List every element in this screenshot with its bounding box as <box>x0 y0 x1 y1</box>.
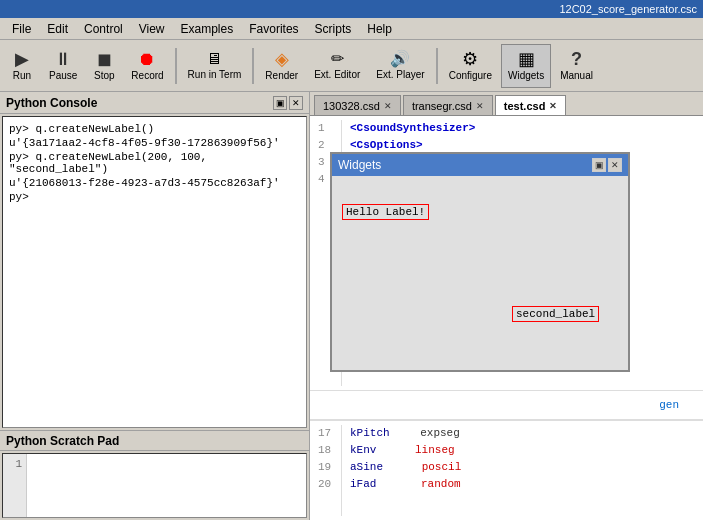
configure-icon: ⚙ <box>462 50 478 68</box>
widgets-dialog-close[interactable]: ✕ <box>608 158 622 172</box>
tabs-bar: 130328.csd ✕ transegr.csd ✕ test.csd ✕ <box>310 92 703 116</box>
code-tag-2: <CsOptions> <box>350 139 423 151</box>
code-editor-bottom[interactable]: 17181920 kPitch expseg kEnv linseg aSine… <box>310 420 703 520</box>
widgets-label: Widgets <box>508 70 544 81</box>
widgets-dialog-controls: ▣ ✕ <box>592 158 622 172</box>
console-close-button[interactable]: ✕ <box>289 96 303 110</box>
render-icon: ◈ <box>275 50 289 68</box>
tab-test-label: test.csd <box>504 100 546 112</box>
scratch-pad-header: Python Scratch Pad <box>0 431 309 451</box>
pause-label: Pause <box>49 70 77 81</box>
tab-test-close[interactable]: ✕ <box>549 101 557 111</box>
console-line-2: u'{3a171aa2-4cf8-4f05-9f30-172863909f56}… <box>9 137 300 149</box>
left-panel: Python Console ▣ ✕ py> q.createNewLabel(… <box>0 92 310 520</box>
tab-test[interactable]: test.csd ✕ <box>495 95 567 115</box>
scratch-line-numbers: 1 <box>3 454 27 517</box>
python-console-header: Python Console ▣ ✕ <box>0 92 309 114</box>
console-restore-button[interactable]: ▣ <box>273 96 287 110</box>
scratch-pad-section: Python Scratch Pad 1 <box>0 430 309 520</box>
code-tag-1: <CsoundSynthesizer> <box>350 122 475 134</box>
code-content-bottom: kPitch expseg kEnv linseg aSine poscil i… <box>342 425 461 516</box>
widget-hello-label: Hello Label! <box>342 204 429 220</box>
record-label: Record <box>131 70 163 81</box>
toolbar-sep-1 <box>175 48 177 84</box>
menu-file[interactable]: File <box>4 20 39 38</box>
menu-favorites[interactable]: Favorites <box>241 20 306 38</box>
console-line-4: py> q.createNewLabel(200, 100, "second_l… <box>9 151 300 175</box>
tab-transegr-close[interactable]: ✕ <box>476 101 484 111</box>
stop-label: Stop <box>94 70 115 81</box>
widgets-button[interactable]: ▦ Widgets <box>501 44 551 88</box>
console-header-buttons: ▣ ✕ <box>273 96 303 110</box>
widgets-dialog-restore[interactable]: ▣ <box>592 158 606 172</box>
ext-editor-icon: ✏ <box>331 51 344 67</box>
scratch-pad-title: Python Scratch Pad <box>6 434 119 448</box>
widget-second-label: second_label <box>512 306 599 322</box>
main-area: Python Console ▣ ✕ py> q.createNewLabel(… <box>0 92 703 520</box>
ext-player-label: Ext. Player <box>376 69 424 80</box>
ext-player-button[interactable]: 🔊 Ext. Player <box>369 44 431 88</box>
run-in-term-button[interactable]: 🖥 Run in Term <box>181 44 249 88</box>
pause-icon: ⏸ <box>54 50 72 68</box>
menu-view[interactable]: View <box>131 20 173 38</box>
stop-icon: ◼ <box>97 50 112 68</box>
manual-button[interactable]: ? Manual <box>553 44 600 88</box>
configure-label: Configure <box>449 70 492 81</box>
random-label: random <box>421 478 461 490</box>
widgets-icon: ▦ <box>518 50 535 68</box>
run-button[interactable]: ▶ Run <box>4 44 40 88</box>
scratch-pad-content[interactable] <box>27 454 306 517</box>
kenv-label: kEnv <box>350 444 376 456</box>
tab-130328[interactable]: 130328.csd ✕ <box>314 95 401 115</box>
run-label: Run <box>13 70 31 81</box>
gen-text: gen <box>659 399 699 411</box>
run-in-term-label: Run in Term <box>188 69 242 80</box>
ifad-label: iFad <box>350 478 376 490</box>
title-text: 12C02_score_generator.csc <box>559 3 697 15</box>
title-bar: 12C02_score_generator.csc <box>0 0 703 18</box>
ext-player-icon: 🔊 <box>390 51 410 67</box>
run-in-term-icon: 🖥 <box>206 51 222 67</box>
ext-editor-label: Ext. Editor <box>314 69 360 80</box>
tab-130328-label: 130328.csd <box>323 100 380 112</box>
toolbar-sep-2 <box>252 48 254 84</box>
manual-label: Manual <box>560 70 593 81</box>
gen-line-area: gen <box>310 390 703 420</box>
menu-scripts[interactable]: Scripts <box>307 20 360 38</box>
menu-help[interactable]: Help <box>359 20 400 38</box>
pause-button[interactable]: ⏸ Pause <box>42 44 84 88</box>
right-panel: 130328.csd ✕ transegr.csd ✕ test.csd ✕ 1… <box>310 92 703 520</box>
tab-transegr[interactable]: transegr.csd ✕ <box>403 95 493 115</box>
manual-icon: ? <box>571 50 582 68</box>
code-line-numbers-bottom: 17181920 <box>314 425 342 516</box>
menu-edit[interactable]: Edit <box>39 20 76 38</box>
poscil-label: poscil <box>422 461 462 473</box>
render-button[interactable]: ◈ Render <box>258 44 305 88</box>
tab-130328-close[interactable]: ✕ <box>384 101 392 111</box>
console-line-5: u'{21068013-f28e-4923-a7d3-4575cc8263af}… <box>9 177 300 189</box>
asine-label: aSine <box>350 461 383 473</box>
linseg-label: linseg <box>415 444 455 456</box>
toolbar: ▶ Run ⏸ Pause ◼ Stop ⏺ Record 🖥 Run in T… <box>0 40 703 92</box>
configure-button[interactable]: ⚙ Configure <box>442 44 499 88</box>
menu-examples[interactable]: Examples <box>173 20 242 38</box>
ext-editor-button[interactable]: ✏ Ext. Editor <box>307 44 367 88</box>
toolbar-sep-3 <box>436 48 438 84</box>
kpitch-label: kPitch <box>350 427 390 439</box>
record-icon: ⏺ <box>138 50 156 68</box>
expseg-label: expseg <box>420 427 460 439</box>
menu-control[interactable]: Control <box>76 20 131 38</box>
tab-transegr-label: transegr.csd <box>412 100 472 112</box>
render-label: Render <box>265 70 298 81</box>
widgets-dialog-content: Hello Label! second_label <box>332 176 628 370</box>
console-line-7: py> <box>9 191 300 203</box>
python-console-title: Python Console <box>6 96 97 110</box>
record-button[interactable]: ⏺ Record <box>124 44 170 88</box>
console-line-1: py> q.createNewLabel() <box>9 123 300 135</box>
widgets-dialog-title-bar: Widgets ▣ ✕ <box>332 154 628 176</box>
python-console-area[interactable]: py> q.createNewLabel() u'{3a171aa2-4cf8-… <box>2 116 307 428</box>
menu-bar: File Edit Control View Examples Favorite… <box>0 18 703 40</box>
scratch-pad-area[interactable]: 1 <box>2 453 307 518</box>
stop-button[interactable]: ◼ Stop <box>86 44 122 88</box>
widgets-dialog[interactable]: Widgets ▣ ✕ Hello Label! second_label <box>330 152 630 372</box>
